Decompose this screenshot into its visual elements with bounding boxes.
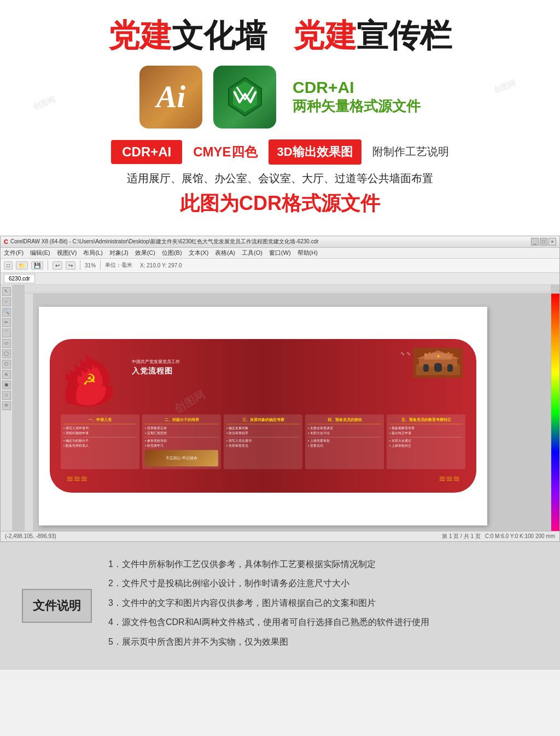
menu-help[interactable]: 帮助(H) bbox=[298, 249, 318, 257]
tool-zoom[interactable]: 🔍 bbox=[2, 308, 11, 317]
tool-rect[interactable]: ▭ bbox=[2, 339, 11, 348]
flame-svg: ☭ bbox=[61, 348, 132, 408]
tool-polygon[interactable]: ⬡ bbox=[2, 360, 11, 369]
col4-title: 四、预备党员的接收 bbox=[308, 417, 381, 424]
party-col-3: 三、发展对象的确定考察 ▪ 确定发展对象 ▪ 政治审查程序 ▪ 填写入党志愿书 … bbox=[224, 414, 302, 469]
toolbar-undo[interactable]: ↩ bbox=[52, 261, 62, 270]
cdr-body: ↖ ○ 🔍 ✏ ⌒ ▭ ◯ ⬡ A ▣ □ ⟲ for(let i=0;i<40… bbox=[1, 285, 559, 531]
subtitle: 适用展厅、展馆、办公室、会议室、大厅、过道等公共墙面布置 bbox=[33, 171, 527, 186]
party-col-4: 四、预备党员的接收 ▪ 支委会审查谈话 ▪ 支部大会讨论 ▪ 上级党委审批 ▪ … bbox=[305, 414, 384, 469]
restore-button[interactable]: □ bbox=[540, 238, 547, 246]
menu-view[interactable]: 视图(V) bbox=[57, 249, 77, 257]
cdr-page: ☭ 中国共产党发展党员工作 入党流程图 bbox=[39, 307, 487, 525]
svg-text:★: ★ bbox=[452, 353, 454, 356]
statusbar-page-info: 第 1 页 / 共 1 页 bbox=[442, 533, 481, 540]
col3-title: 三、发展对象的确定考察 bbox=[226, 417, 300, 424]
tool-select[interactable]: ↖ bbox=[2, 287, 11, 296]
ai-icon: Ai bbox=[139, 66, 202, 128]
toolbar-zoom-label: 31% bbox=[85, 262, 96, 268]
tag-3d: 3D输出效果图 bbox=[269, 139, 361, 165]
toolbar-redo[interactable]: ↪ bbox=[66, 261, 75, 270]
file-note-5: 5．展示页中所含图片并不为实物，仅为效果图 bbox=[108, 635, 538, 649]
window-buttons: _ □ × bbox=[531, 238, 556, 246]
tool-fill[interactable]: ▣ bbox=[2, 381, 11, 389]
svg-rect-2 bbox=[25, 285, 551, 294]
cdr-statusbar: (-2,498.105, -896.93) 第 1 页 / 共 1 页 C:0 … bbox=[1, 531, 559, 541]
col1-content: ▪ 填写入党申请书 ▪ 党组织接收申请 ▪ 确定为积极分子 ▪ 配备培养联系人 bbox=[63, 426, 137, 448]
bottom-section: 文件说明 1．文件中所标制作工艺仅供参考，具体制作工艺要根据实际情况制定 2．文… bbox=[0, 542, 560, 670]
cdr-canvas-area[interactable]: for(let i=0;i<40;i++){} bbox=[13, 285, 559, 531]
ruler-top: for(let i=0;i<40;i++){} bbox=[25, 285, 551, 294]
tool-shape[interactable]: ○ bbox=[2, 297, 11, 306]
statusbar-right-area: 第 1 页 / 共 1 页 C:0 M:6.0 Y:0 K:100 200 mm bbox=[442, 533, 555, 540]
title-black1: 文化墙 bbox=[172, 17, 267, 53]
menu-window[interactable]: 窗口(W) bbox=[269, 249, 291, 257]
menu-effects[interactable]: 效果(C) bbox=[135, 249, 155, 257]
cdr-icon bbox=[213, 66, 276, 128]
toolbar-size-label: 单位：毫米 bbox=[105, 261, 132, 269]
tool-outline[interactable]: □ bbox=[2, 391, 11, 400]
menu-object[interactable]: 对象(J) bbox=[109, 249, 129, 257]
toolbar-sep3 bbox=[100, 260, 101, 270]
cdr-titlebar: C CorelDRAW X8 (64-Bit) - C:\Users\Admin… bbox=[1, 236, 559, 248]
cdr-title-text: CorelDRAW X8 (64-Bit) - C:\Users\Adminis… bbox=[10, 238, 529, 246]
col5-title: 五、预备党员的教育考察转正 bbox=[389, 417, 463, 424]
file-note-label: 文件说明 bbox=[33, 599, 81, 612]
col3-content: ▪ 确定发展对象 ▪ 政治审查程序 ▪ 填写入党志愿书 ▪ 支部审查意见 bbox=[226, 426, 300, 448]
cdr-content-preview: ☭ 中国共产党发展党员工作 入党流程图 bbox=[50, 339, 476, 493]
flame-graphic: ☭ bbox=[61, 348, 132, 408]
menu-file[interactable]: 文件(F) bbox=[4, 249, 24, 257]
tool-ellipse[interactable]: ◯ bbox=[2, 349, 11, 358]
tool-text[interactable]: A bbox=[2, 370, 11, 379]
toolbar-open[interactable]: 📁 bbox=[16, 261, 28, 270]
party-col-2: 二、积极分子的培养 ▪ 培养教育记录 ▪ 定期汇报思想 ▪ 参加党校培训 ▪ 听… bbox=[142, 414, 221, 469]
format-text: CDR+AI 两种矢量格式源文件 bbox=[293, 78, 421, 116]
statusbar-coords: (-2,498.105, -896.93) bbox=[5, 533, 56, 539]
party-col-5: 五、预备党员的教育考察转正 ▪ 预备期教育培养 ▪ 提出转正申请 ▪ 支部大会通… bbox=[387, 414, 465, 469]
toolbar-save[interactable]: 💾 bbox=[31, 261, 43, 270]
birds-decoration: ∿ ∿ bbox=[400, 351, 411, 357]
file-note-3: 3．文件中的文字和图片内容仅供参考，图片请根据自己的文案和图片 bbox=[108, 596, 538, 610]
color-palette[interactable] bbox=[551, 294, 559, 531]
party-col-1: 一、申请入党 ▪ 填写入党申请书 ▪ 党组织接收申请 ▪ 确定为积极分子 ▪ 配… bbox=[61, 414, 139, 469]
tool-bezier[interactable]: ⌒ bbox=[2, 329, 11, 337]
toolbar-new[interactable]: □ bbox=[4, 261, 13, 270]
svg-rect-11 bbox=[447, 364, 453, 372]
menu-bitmap[interactable]: 位图(B) bbox=[162, 249, 182, 257]
format-line2: 两种矢量格式源文件 bbox=[293, 97, 421, 116]
svg-text:★: ★ bbox=[436, 354, 440, 359]
svg-text:☭: ☭ bbox=[83, 371, 96, 388]
tiananmen-area: ★ ★ ★ ★ ★ bbox=[413, 348, 463, 378]
tool-transform[interactable]: ⟲ bbox=[2, 401, 11, 410]
col4-content: ▪ 支委会审查谈话 ▪ 支部大会讨论 ▪ 上级党委审批 ▪ 宣誓仪式 bbox=[308, 426, 381, 448]
party-wall-header: ☭ 中国共产党发展党员工作 入党流程图 bbox=[61, 348, 465, 408]
ruler-svg: for(let i=0;i<40;i++){} bbox=[25, 285, 551, 294]
tool-freehand[interactable]: ✏ bbox=[2, 318, 11, 327]
tag-cmye: CMYE四色 bbox=[193, 143, 257, 161]
menu-layout[interactable]: 布局(L) bbox=[83, 249, 102, 257]
close-button[interactable]: × bbox=[549, 238, 556, 246]
title-red1: 党建 bbox=[108, 17, 172, 53]
cdr-page-tab[interactable]: 6230.cdr bbox=[4, 274, 35, 283]
party-columns: 一、申请入党 ▪ 填写入党申请书 ▪ 党组织接收申请 ▪ 确定为积极分子 ▪ 配… bbox=[61, 414, 465, 469]
format-line1: CDR+AI bbox=[293, 78, 421, 97]
tag-craft: 附制作工艺说明 bbox=[372, 144, 449, 159]
party-wall: ☭ 中国共产党发展党员工作 入党流程图 bbox=[50, 339, 476, 493]
svg-rect-10 bbox=[434, 363, 442, 372]
menu-edit[interactable]: 编辑(E) bbox=[30, 249, 50, 257]
file-note-2: 2．文件尺寸是投稿比例缩小设计，制作时请务必注意尺寸大小 bbox=[108, 576, 538, 591]
svg-rect-9 bbox=[423, 364, 429, 372]
menu-table[interactable]: 表格(A) bbox=[215, 249, 235, 257]
ruler-left bbox=[25, 294, 33, 531]
toolbar-sep1 bbox=[48, 260, 48, 270]
tiananmen-svg: ★ ★ ★ ★ ★ bbox=[413, 348, 463, 378]
menu-text[interactable]: 文本(X) bbox=[189, 249, 209, 257]
svg-text:★: ★ bbox=[429, 351, 431, 354]
left-decoration: ≋≋≋ bbox=[66, 474, 88, 484]
file-note-4: 4．源文件包含CDR和AI两种文件格式，使用者可自行选择自己熟悉的软件进行使用 bbox=[108, 615, 538, 629]
title-black2: 宣传栏 bbox=[357, 17, 452, 53]
main-title: 党建文化墙 党建宣传栏 bbox=[33, 16, 527, 55]
minimize-button[interactable]: _ bbox=[531, 238, 539, 246]
cdr-svg bbox=[223, 75, 267, 119]
menu-tools[interactable]: 工具(O) bbox=[242, 249, 262, 257]
